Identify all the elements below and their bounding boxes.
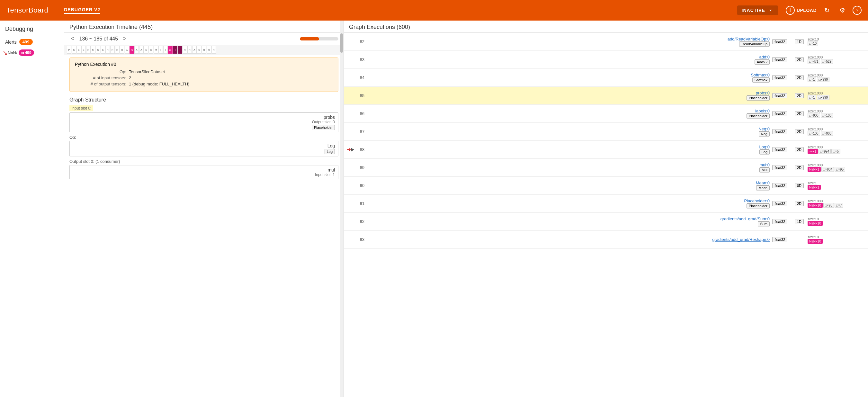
exec-op-link[interactable]: mul:0 xyxy=(370,163,770,167)
timeline-cell[interactable]: P xyxy=(67,46,71,54)
timeline-cell[interactable]: C xyxy=(149,46,153,54)
center-scrollbar[interactable] xyxy=(340,21,344,397)
exec-op-link[interactable]: Placeholder:0 xyxy=(370,199,770,203)
exec-op-link[interactable]: gradients/add_grad/Sum:0 xyxy=(370,217,770,221)
timeline-cell[interactable]: S xyxy=(96,46,100,54)
size-chips: □×100□×900 xyxy=(808,131,865,136)
upload-button[interactable]: i UPLOAD xyxy=(786,6,816,15)
exec-input-label: # of input tensors: xyxy=(75,75,126,80)
next-button[interactable]: > xyxy=(122,35,128,42)
nan-item[interactable]: ↘ NaN/ ∞ 499 xyxy=(0,47,64,58)
timeline-cell[interactable]: R xyxy=(187,46,192,54)
table-row[interactable]: 89mul:0Mulfloat322Dsize:1000NaN×1□×904□×… xyxy=(344,159,868,177)
nan-chip: NaN×10 xyxy=(808,239,823,244)
exec-rank-col: 2D xyxy=(795,111,808,116)
timeline-cell[interactable]: R xyxy=(120,46,124,54)
settings-icon[interactable]: ⚙ xyxy=(837,5,847,15)
graph-structure-title: Graph Structure xyxy=(69,97,338,103)
exec-op-value: TensorSliceDataset xyxy=(129,69,165,74)
exec-op-tag: Softmax xyxy=(752,77,770,82)
exec-op-link[interactable]: gradients/add_grad/Reshape:0 xyxy=(370,237,770,242)
timeline-cell[interactable]: S xyxy=(76,46,81,54)
timeline-cell[interactable]: A xyxy=(139,46,144,54)
table-row[interactable]: 92gradients/add_grad/Sum:0Sumfloat321Dsi… xyxy=(344,212,868,231)
op-box: Log Log xyxy=(69,141,338,157)
timeline-cell[interactable]: I xyxy=(163,46,168,54)
exec-op-link[interactable]: probs:0 xyxy=(370,91,770,95)
timeline-cell[interactable]: A xyxy=(125,46,129,54)
status-selector[interactable]: INACTIVE xyxy=(737,5,778,15)
table-row[interactable]: 84Softmax:0Softmaxfloat322Dsize:1000□×1□… xyxy=(344,69,868,87)
output-slot-box: mul Input slot: 1 xyxy=(69,165,338,179)
refresh-icon[interactable]: ↻ xyxy=(822,5,832,15)
timeline-cell[interactable]: I xyxy=(173,46,177,54)
size-chip: □×904 xyxy=(822,167,834,172)
exec-rank-col: 2D xyxy=(795,201,808,206)
timeline-cell[interactable]: I xyxy=(158,46,163,54)
timeline-cell[interactable]: M xyxy=(91,46,95,54)
table-row[interactable]: 90Mean:0Meanfloat320Dsize:1NaN×1 xyxy=(344,177,868,195)
rank-tag: 2D xyxy=(795,165,804,170)
app-brand: TensorBoard xyxy=(6,6,48,14)
rank-tag: 2D xyxy=(795,129,804,134)
timeline-slider-area xyxy=(300,37,338,40)
dtype-tag: float32 xyxy=(772,57,787,62)
timeline-cell[interactable]: S xyxy=(72,46,76,54)
exec-dtype-col: float32 xyxy=(772,147,795,152)
table-row[interactable]: 91Placeholder:0Placeholderfloat322Dsize:… xyxy=(344,195,868,212)
timeline-slider[interactable] xyxy=(300,37,338,40)
table-row[interactable]: 83add:0AddV2float322Dsize:1000□×471□×529 xyxy=(344,51,868,69)
timeline-cell[interactable]: M xyxy=(154,46,158,54)
table-row[interactable]: 82add/ReadVariableOp:0ReadVariableOpfloa… xyxy=(344,33,868,51)
exec-size-col: size:1000□×471□×529 xyxy=(808,55,865,64)
timeline-cell[interactable]: R xyxy=(202,46,206,54)
exec-op-link[interactable]: add/ReadVariableOp:0 xyxy=(370,37,770,41)
timeline-cell[interactable]: R xyxy=(212,46,216,54)
prev-button[interactable]: < xyxy=(69,35,75,42)
table-row[interactable]: 93gradients/add_grad/Reshape:0float32siz… xyxy=(344,231,868,249)
timeline-cell[interactable]: R xyxy=(207,46,211,54)
timeline-cell[interactable]: R xyxy=(115,46,120,54)
exec-op-link[interactable]: add:0 xyxy=(370,55,770,59)
output-name: mul xyxy=(73,167,335,172)
size-chips: NaN×10 xyxy=(808,221,865,226)
timeline-cell[interactable]: E xyxy=(144,46,149,54)
timeline-cell[interactable]: S xyxy=(81,46,86,54)
table-row[interactable]: ➜ 88Log:0Logfloat322Dsize:1000-∞×1□×994□… xyxy=(344,141,868,159)
sidebar: Debugging Alerts 499 ↘ NaN/ ∞ 499 xyxy=(0,21,64,397)
timeline-section: Python Execution Timeline (445) < 136 ~ … xyxy=(64,21,344,55)
timeline-cell[interactable]: m xyxy=(129,46,134,54)
size-chips: □×471□×529 xyxy=(808,59,865,64)
exec-op-link[interactable]: labels:0 xyxy=(370,108,770,113)
exec-op-tag: Placeholder xyxy=(746,113,770,119)
table-row[interactable]: 85probs:0Placeholderfloat322Dsize:1000□×… xyxy=(344,87,868,105)
timeline-cell[interactable]: R xyxy=(110,46,115,54)
timeline-cell[interactable]: S xyxy=(101,46,105,54)
timeline-cell[interactable]: R xyxy=(86,46,91,54)
timeline-cell[interactable]: m xyxy=(168,46,173,54)
exec-row-num: 87 xyxy=(354,129,370,134)
timeline-cell[interactable]: A xyxy=(134,46,139,54)
exec-row-num: 82 xyxy=(354,39,370,44)
timeline-cell[interactable]: A xyxy=(192,46,197,54)
executions-table[interactable]: 82add/ReadVariableOp:0ReadVariableOpfloa… xyxy=(344,33,868,397)
timeline-cell[interactable]: R xyxy=(183,46,187,54)
exec-op-link[interactable]: Neg:0 xyxy=(370,127,770,131)
scrollbar-thumb[interactable] xyxy=(340,33,343,53)
timeline-cell[interactable]: R xyxy=(105,46,110,54)
exec-op-link[interactable]: Softmax:0 xyxy=(370,73,770,77)
size-chips: NaN×1□×904□×95 xyxy=(808,167,865,172)
dtype-tag: float32 xyxy=(772,147,787,152)
help-icon[interactable]: ? xyxy=(852,6,862,15)
table-row[interactable]: 86labels:0Placeholderfloat322Dsize:1000□… xyxy=(344,105,868,123)
timeline-cell[interactable]: C xyxy=(197,46,202,54)
timeline-cell[interactable]: - xyxy=(178,46,182,54)
exec-op-link[interactable]: Mean:0 xyxy=(370,180,770,185)
exec-op-tag: Placeholder xyxy=(746,203,770,208)
table-row[interactable]: 87Neg:0Negfloat322Dsize:1000□×100□×900 xyxy=(344,123,868,141)
op-name: Log xyxy=(73,143,335,148)
red-arrow-icon: ➜ xyxy=(347,146,351,153)
rank-tag: 2D xyxy=(795,75,804,80)
exec-op-link[interactable]: Log:0 xyxy=(370,144,770,150)
exec-op-tag: Mean xyxy=(756,185,770,191)
